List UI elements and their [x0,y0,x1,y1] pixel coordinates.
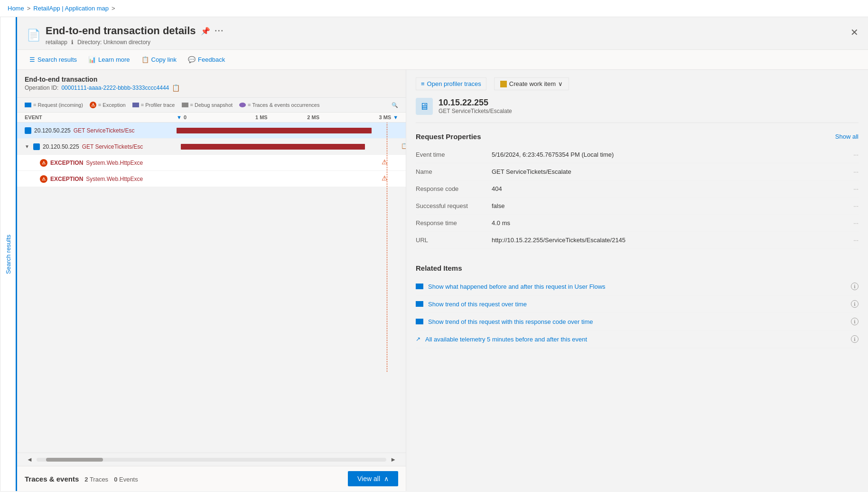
breadcrumb: Home > RetailApp | Application map > [0,0,868,17]
toolbar: ☰ Search results 📊 Learn more 📋 Copy lin… [17,50,868,70]
legend-traces-icon [239,103,246,107]
search-results-button[interactable]: ☰ Search results [25,54,82,66]
server-name-2: 20.120.50.225 [43,143,79,150]
related-item-text-1: Show what happened before and after this… [428,283,846,290]
request-icon-1 [25,127,31,134]
search-results-label: Search results [37,56,77,63]
prop-value-url: http://10.15.22.255/ServiceTickets/Escal… [492,232,844,249]
timeline-bar-2 [181,144,365,150]
prop-more-response-time[interactable]: ··· [844,215,859,232]
time-0: 0 [184,114,235,120]
events-list: 20.120.50.225 GET ServiceTickets/Esc ▼ [17,123,406,453]
prop-name-response-code: Response code [416,180,492,198]
sidebar-tab-label: Search results [5,234,12,274]
exception-row[interactable]: ⚠ EXCEPTION System.Web.HttpExce ⚠ [17,155,406,171]
expand-arrow-1[interactable]: ▼ [25,144,29,149]
scrollbar-area: ◄ ► [17,453,406,466]
related-item-text-2: Show trend of this request over time [428,301,846,308]
exception-label-2: EXCEPTION [50,176,83,182]
exception-marker-1: ⚠ [382,158,388,166]
search-icon: ☰ [29,56,35,63]
info-icon: ℹ [71,39,74,46]
request-icon-2 [33,143,40,150]
prop-value-event-time: 5/16/2024, 6:23:45.7675354 PM (Local tim… [492,146,844,163]
legend-traces-label: = Traces & events occurrences [248,102,319,108]
time-2ms: 2 MS [288,114,339,120]
time-1ms: 1 MS [235,114,287,120]
prop-name-url: URL [416,232,492,249]
exception-name-1: System.Web.HttpExce [86,160,143,166]
exception-row[interactable]: ⚠ EXCEPTION System.Web.HttpExce ⚠ [17,171,406,187]
prop-more-event-time[interactable]: ··· [844,146,859,163]
copy-id-icon[interactable]: 📋 [172,84,180,92]
server-ip: 10.15.22.255 [439,98,512,108]
table-row: Response time 4.0 ms ··· [416,215,859,232]
profiler-label: Open profiler traces [427,80,481,87]
search-timeline-icon[interactable]: 🔍 [392,102,398,108]
feedback-button[interactable]: 💬 Feedback [183,54,230,66]
close-button[interactable]: ✕ [850,27,859,38]
feedback-icon: 💬 [188,56,196,63]
info-icon-2[interactable]: ℹ [851,300,859,308]
scroll-right-arrow[interactable]: ► [388,455,398,464]
info-icon-4[interactable]: ℹ [851,335,859,343]
prop-value-name: GET ServiceTickets/Escalate [492,163,844,180]
document-icon: 📄 [27,28,41,42]
more-icon[interactable]: ··· [215,27,224,35]
scroll-thumb[interactable] [46,458,103,462]
show-all-button[interactable]: Show all [835,133,859,140]
exception-icon-2: ⚠ [40,175,47,183]
learn-more-label: Learn more [98,56,130,63]
related-item[interactable]: Show trend of this request over time ℹ [416,295,859,313]
related-item[interactable]: ↗ All available telemetry 5 minutes befo… [416,331,859,348]
info-icon-3[interactable]: ℹ [851,318,859,325]
breadcrumb-home[interactable]: Home [8,5,24,12]
breadcrumb-app[interactable]: RetailApp | Application map [33,5,109,12]
related-item[interactable]: Show trend of this request with this res… [416,313,859,331]
event-row[interactable]: 20.120.50.225 GET ServiceTickets/Esc [17,123,406,139]
table-row: Event time 5/16/2024, 6:23:45.7675354 PM… [416,146,859,163]
learn-more-icon: 📊 [88,56,96,63]
filter-icon-right[interactable]: ▼ [393,114,398,120]
prop-more-response-code[interactable]: ··· [844,180,859,198]
trend-icon [416,301,423,307]
exception-icon-1: ⚠ [40,159,47,167]
event-row[interactable]: ▼ 20.120.50.225 GET ServiceTickets/Esc 📋 [17,139,406,155]
bottom-bar: Traces & events 2 Traces 0 Events View a… [17,466,406,491]
telemetry-icon: ↗ [416,336,420,342]
copy-link-icon: 📋 [141,56,149,63]
table-row: Name GET ServiceTickets/Escalate ··· [416,163,859,180]
operation-id-label: Operation ID: [25,85,58,91]
properties-table: Event time 5/16/2024, 6:23:45.7675354 PM… [416,146,859,249]
create-work-item-button[interactable]: Create work item ∨ [494,77,569,90]
filter-icon-left[interactable]: ▼ [177,114,182,120]
chevron-down-icon: ∨ [558,80,563,87]
table-row: Successful request false ··· [416,198,859,215]
trend-code-icon [416,319,423,324]
timeline-bar-1 [177,128,372,133]
scroll-left-arrow[interactable]: ◄ [25,455,35,464]
time-3ms: 3 MS [339,114,391,120]
table-row: Response code 404 ··· [416,180,859,198]
prop-value-response-time: 4.0 ms [492,215,844,232]
prop-more-successful[interactable]: ··· [844,198,859,215]
prop-more-url[interactable]: ··· [844,232,859,249]
related-item[interactable]: Show what happened before and after this… [416,278,859,295]
prop-name-name: Name [416,163,492,180]
open-profiler-button[interactable]: ≡ Open profiler traces [416,77,486,90]
copy-action-icon[interactable]: 📋 [401,143,406,149]
feedback-label: Feedback [198,56,225,63]
info-icon-1[interactable]: ℹ [851,283,859,290]
request-properties-title: Request Properties [416,132,481,141]
view-all-button[interactable]: View all ∧ [348,471,398,486]
copy-link-button[interactable]: 📋 Copy link [137,54,181,66]
pin-icon[interactable]: 📌 [201,27,210,36]
legend: = Request (incoming) ⚠ = Exception = Pro… [17,98,406,113]
scroll-track[interactable] [37,458,386,462]
learn-more-button[interactable]: 📊 Learn more [84,54,134,66]
transaction-title: End-to-end transaction [25,76,398,83]
sidebar-tab-search-results[interactable]: Search results [0,17,17,491]
prop-more-name[interactable]: ··· [844,163,859,180]
table-row: URL http://10.15.22.255/ServiceTickets/E… [416,232,859,249]
legend-request-icon [25,103,31,107]
